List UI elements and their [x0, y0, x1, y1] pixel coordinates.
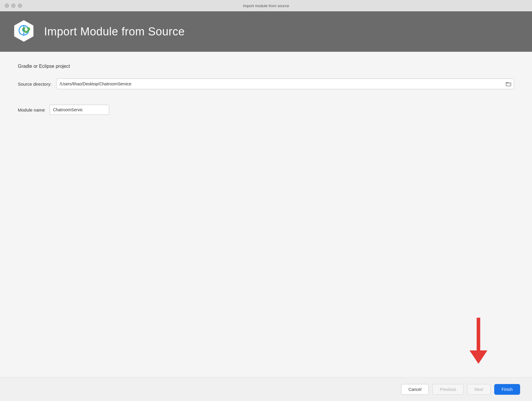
svg-point-5 — [25, 28, 28, 31]
dialog: Import Module from Source Gradle or Ecli… — [0, 11, 532, 401]
svg-rect-7 — [477, 318, 480, 353]
traffic-lights — [5, 4, 22, 8]
module-name-input[interactable] — [50, 105, 109, 115]
browse-folder-button[interactable] — [505, 81, 512, 87]
source-directory-row: Source directory: — [18, 79, 514, 89]
android-studio-icon — [12, 20, 36, 43]
section-label: Gradle or Eclipse project — [18, 64, 514, 69]
close-button[interactable] — [5, 4, 9, 8]
svg-rect-6 — [506, 83, 511, 86]
footer: Cancel Previous Next Finish — [0, 377, 532, 401]
source-directory-wrapper — [56, 79, 514, 89]
title-bar: Import module from source — [0, 0, 532, 11]
module-name-row: Module name — [18, 105, 514, 115]
module-name-label: Module name — [18, 107, 45, 112]
window-title: Import module from source — [243, 4, 289, 8]
dialog-title: Import Module from Source — [44, 25, 185, 38]
minimize-button[interactable] — [11, 4, 15, 8]
cancel-button[interactable]: Cancel — [401, 384, 429, 395]
source-directory-input[interactable] — [56, 79, 514, 89]
svg-marker-8 — [470, 350, 487, 364]
previous-button: Previous — [432, 384, 463, 395]
source-directory-label: Source directory: — [18, 82, 51, 87]
finish-button[interactable]: Finish — [494, 384, 520, 395]
arrow-area — [18, 124, 514, 365]
header-banner: Import Module from Source — [0, 11, 532, 52]
maximize-button[interactable] — [18, 4, 22, 8]
red-arrow-icon — [470, 318, 487, 365]
content-area: Gradle or Eclipse project Source directo… — [0, 52, 532, 377]
next-button: Next — [467, 384, 491, 395]
